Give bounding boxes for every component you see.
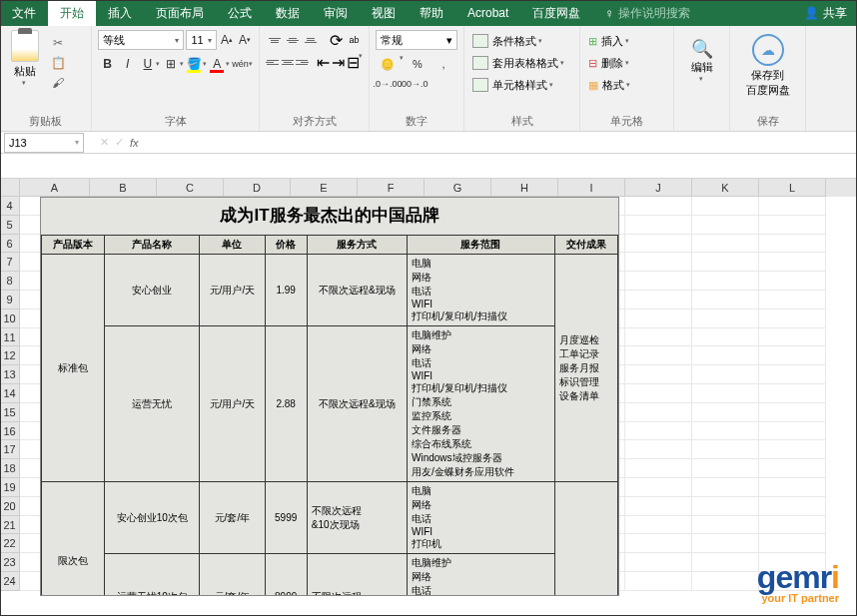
baidu-tab[interactable]: 百度网盘 bbox=[520, 0, 592, 26]
row-header-8[interactable]: 8 bbox=[0, 272, 20, 291]
row-header-5[interactable]: 5 bbox=[0, 216, 20, 235]
col-header-I[interactable]: I bbox=[558, 179, 625, 197]
pagelayout-tab[interactable]: 页面布局 bbox=[144, 0, 216, 26]
cell[interactable] bbox=[759, 459, 826, 478]
col-header-F[interactable]: F bbox=[358, 179, 425, 197]
format-cells-button[interactable]: ▦格式 ▾ bbox=[586, 74, 667, 96]
cell[interactable] bbox=[625, 534, 692, 553]
cell[interactable] bbox=[625, 459, 692, 478]
cell[interactable] bbox=[692, 216, 759, 235]
cell[interactable] bbox=[759, 534, 826, 553]
cell[interactable] bbox=[759, 253, 826, 272]
cell[interactable] bbox=[692, 553, 759, 572]
cell[interactable] bbox=[692, 478, 759, 497]
row-header-14[interactable]: 14 bbox=[0, 384, 20, 403]
cell[interactable] bbox=[759, 403, 826, 422]
cell[interactable] bbox=[759, 365, 826, 384]
enter-formula-button[interactable]: ✓ bbox=[115, 136, 124, 149]
acrobat-tab[interactable]: Acrobat bbox=[455, 0, 520, 26]
font-color-button[interactable]: A bbox=[208, 54, 227, 74]
col-header-G[interactable]: G bbox=[425, 179, 491, 197]
row-header-10[interactable]: 10 bbox=[0, 309, 20, 328]
row-header-21[interactable]: 21 bbox=[0, 516, 20, 535]
name-box[interactable]: J13▾ bbox=[4, 133, 84, 153]
formula-input[interactable] bbox=[147, 133, 857, 153]
fx-button[interactable]: fx bbox=[130, 137, 139, 149]
cell[interactable] bbox=[692, 272, 759, 291]
cell[interactable] bbox=[625, 291, 692, 309]
bold-button[interactable]: B bbox=[98, 54, 117, 74]
align-top-button[interactable] bbox=[266, 30, 283, 50]
row-header-17[interactable]: 17 bbox=[0, 440, 20, 459]
row-header-22[interactable]: 22 bbox=[0, 534, 20, 553]
share-button[interactable]: 👤 共享 bbox=[794, 5, 857, 22]
cell[interactable] bbox=[692, 309, 759, 328]
wrap-text-button[interactable]: ab bbox=[346, 30, 363, 50]
cell[interactable] bbox=[692, 422, 759, 441]
file-tab[interactable]: 文件 bbox=[0, 0, 48, 26]
row-header-18[interactable]: 18 bbox=[0, 459, 20, 478]
border-button[interactable]: ⊞ bbox=[161, 54, 180, 74]
data-tab[interactable]: 数据 bbox=[264, 0, 312, 26]
cell[interactable] bbox=[759, 384, 826, 403]
cell[interactable] bbox=[692, 291, 759, 309]
cell[interactable] bbox=[759, 516, 826, 535]
phonetic-button[interactable]: wén bbox=[231, 54, 250, 74]
row-header-4[interactable]: 4 bbox=[0, 197, 20, 216]
col-header-E[interactable]: E bbox=[291, 179, 358, 197]
cell[interactable] bbox=[625, 572, 692, 591]
col-header-H[interactable]: H bbox=[491, 179, 558, 197]
row-header-24[interactable]: 24 bbox=[0, 572, 20, 591]
cell[interactable] bbox=[625, 516, 692, 535]
font-size-select[interactable]: 11▾ bbox=[186, 30, 217, 50]
cell[interactable] bbox=[625, 216, 692, 235]
col-header-A[interactable]: A bbox=[20, 179, 90, 197]
col-header-K[interactable]: K bbox=[692, 179, 759, 197]
row-header-13[interactable]: 13 bbox=[0, 365, 20, 384]
help-tab[interactable]: 帮助 bbox=[408, 0, 455, 26]
col-header-L[interactable]: L bbox=[759, 179, 826, 197]
cell[interactable] bbox=[625, 309, 692, 328]
cell[interactable] bbox=[625, 403, 692, 422]
cell[interactable] bbox=[692, 440, 759, 459]
cell[interactable] bbox=[625, 365, 692, 384]
row-header-11[interactable]: 11 bbox=[0, 328, 20, 347]
cell[interactable] bbox=[625, 272, 692, 291]
cell[interactable] bbox=[692, 497, 759, 516]
col-header-D[interactable]: D bbox=[224, 179, 291, 197]
cell[interactable] bbox=[759, 291, 826, 309]
cell-style-button[interactable]: 单元格样式 ▾ bbox=[470, 74, 573, 96]
cell[interactable] bbox=[625, 328, 692, 347]
increase-decimal-button[interactable]: .0→.00 bbox=[376, 74, 400, 94]
cell[interactable] bbox=[625, 478, 692, 497]
col-header-B[interactable]: B bbox=[90, 179, 157, 197]
cell[interactable] bbox=[692, 534, 759, 553]
increase-indent-button[interactable]: ⇥ bbox=[332, 52, 346, 72]
merge-button[interactable]: ⊟ bbox=[346, 52, 360, 72]
cell[interactable] bbox=[625, 346, 692, 365]
align-center-button[interactable] bbox=[281, 52, 295, 72]
cell[interactable] bbox=[692, 235, 759, 254]
decrease-decimal-button[interactable]: .00→.0 bbox=[402, 74, 426, 94]
row-header-12[interactable]: 12 bbox=[0, 346, 20, 365]
home-tab[interactable]: 开始 bbox=[48, 0, 96, 26]
row-header-9[interactable]: 9 bbox=[0, 291, 20, 309]
cell[interactable] bbox=[625, 197, 692, 216]
cell[interactable] bbox=[625, 553, 692, 572]
number-format-select[interactable]: 常规▾ bbox=[376, 30, 457, 50]
formulas-tab[interactable]: 公式 bbox=[216, 0, 264, 26]
insert-tab[interactable]: 插入 bbox=[96, 0, 144, 26]
copy-button[interactable]: 📋 bbox=[48, 54, 68, 72]
cell[interactable] bbox=[625, 384, 692, 403]
cell[interactable] bbox=[692, 384, 759, 403]
decrease-indent-button[interactable]: ⇤ bbox=[317, 52, 331, 72]
row-header-23[interactable]: 23 bbox=[0, 553, 20, 572]
cell[interactable] bbox=[692, 516, 759, 535]
row-header-19[interactable]: 19 bbox=[0, 478, 20, 497]
row-header-16[interactable]: 16 bbox=[0, 422, 20, 441]
align-bottom-button[interactable] bbox=[302, 30, 319, 50]
cell[interactable] bbox=[759, 478, 826, 497]
align-middle-button[interactable] bbox=[284, 30, 301, 50]
align-right-button[interactable] bbox=[296, 52, 310, 72]
orientation-button[interactable]: ⟳ bbox=[328, 30, 345, 50]
